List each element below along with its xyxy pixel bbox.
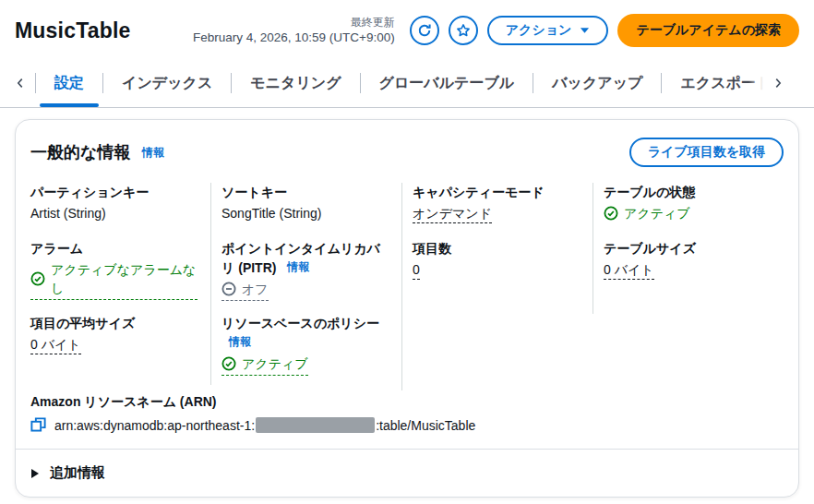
info-link[interactable]: 情報 [229, 335, 251, 348]
field-label: キャパシティーモード [413, 183, 580, 201]
check-circle-icon [30, 271, 45, 286]
minus-circle-icon [221, 282, 236, 296]
arn-suffix: :table/MusicTable [376, 418, 475, 433]
field-value[interactable]: 0 バイト [604, 262, 654, 280]
field-label: テーブルの状態 [604, 183, 771, 201]
expand-triangle-icon [30, 468, 40, 479]
tabs-scroll-right-button[interactable] [763, 59, 793, 107]
tabs-scroll-left-button[interactable] [6, 59, 35, 107]
field-sort-key: ソートキー SongTitle (String) [221, 183, 389, 239]
field-item-count: 項目数 0 [413, 239, 580, 314]
arn-label: Amazon リソースネーム (ARN) [30, 394, 784, 411]
copy-icon [30, 417, 46, 433]
field-partition-key: パーティションキー Artist (String) [30, 183, 198, 239]
actions-button-label: アクション [506, 22, 572, 39]
info-link[interactable]: 情報 [287, 260, 309, 273]
explore-table-items-button[interactable]: テーブルアイテムの探索 [617, 14, 799, 47]
panel-header: 一般的な情報 情報 ライブ項目数を取得 [30, 138, 784, 167]
tab-global-tables[interactable]: グローバルテーブル [361, 59, 533, 107]
field-alarms: アラーム アクティブなアラームなし [30, 239, 198, 314]
field-value: アクティブ [242, 354, 308, 373]
field-value: アクティブ [624, 204, 690, 222]
field-label: アラーム [30, 239, 198, 258]
additional-info-label: 追加情報 [50, 464, 105, 482]
arn-value: arn:aws:dynamodb:ap-northeast-1: :table/… [54, 417, 475, 433]
field-value: Artist (String) [30, 204, 198, 222]
key-value-grid: パーティションキー Artist (String) アラーム アクティブなアラー… [30, 183, 784, 390]
field-resource-policy: リソースベースのポリシー 情報 アクティブ [221, 314, 389, 376]
additional-info-expander[interactable]: 追加情報 [16, 449, 798, 497]
kv-column-3: キャパシティーモード オンデマンド 項目数 0 [402, 183, 593, 314]
check-circle-icon [604, 206, 618, 221]
pitr-status[interactable]: オフ [221, 280, 269, 301]
tab-exports[interactable]: エクスポート [662, 59, 763, 107]
favorite-button[interactable] [449, 16, 478, 45]
kv-column-2: ソートキー SongTitle (String) ポイントインタイムリカバリ (… [211, 183, 402, 390]
field-avg-item-size: 項目の平均サイズ 0 バイト [30, 314, 198, 370]
refresh-icon [417, 23, 432, 38]
general-info-panel: 一般的な情報 情報 ライブ項目数を取得 パーティションキー Artist (St… [15, 119, 799, 498]
copy-arn-button[interactable] [30, 417, 46, 433]
tab-settings[interactable]: 設定 [36, 59, 102, 107]
tab-label: エクスポート [680, 75, 763, 90]
tab-label: モニタリング [250, 75, 341, 90]
field-value[interactable]: 0 バイト [30, 337, 81, 354]
caret-down-icon [580, 27, 590, 34]
table-status: アクティブ [604, 204, 690, 222]
chevron-left-icon [14, 77, 27, 90]
page-header: MusicTable 最終更新 February 4, 2026, 10:59 … [0, 0, 814, 54]
arn-section: Amazon リソースネーム (ARN) arn:aws:dynamodb:ap… [30, 394, 784, 433]
tab-bar: 設定 インデックス モニタリング グローバルテーブル バックアップ エクスポート [0, 59, 814, 108]
field-label: パーティションキー [30, 183, 198, 201]
field-label: ソートキー [221, 183, 389, 201]
tab-label: バックアップ [552, 75, 642, 90]
info-link[interactable]: 情報 [142, 146, 164, 159]
kv-column-1: パーティションキー Artist (String) アラーム アクティブなアラー… [30, 183, 211, 385]
field-value: オフ [242, 280, 269, 298]
refresh-button[interactable] [410, 16, 439, 45]
field-pitr: ポイントインタイムリカバリ (PITR) 情報 オフ [221, 239, 389, 314]
field-label: 項目数 [413, 239, 580, 258]
panel-title: 一般的な情報 [30, 143, 130, 162]
resource-policy-status[interactable]: アクティブ [221, 354, 308, 376]
field-capacity-mode: キャパシティーモード オンデマンド [413, 183, 580, 239]
header-actions: 最終更新 February 4, 2026, 10:59 (UTC+9:00) … [193, 14, 799, 47]
field-label: リソースベースのポリシー [221, 316, 379, 330]
last-updated-value: February 4, 2026, 10:59 (UTC+9:00) [193, 30, 395, 46]
kv-column-4: テーブルの状態 アクティブ テーブルサイズ 0 バイト [593, 183, 784, 314]
check-circle-icon [221, 356, 236, 371]
chevron-right-icon [772, 77, 784, 90]
tab-monitoring[interactable]: モニタリング [232, 59, 359, 107]
redacted-account-id [256, 417, 375, 433]
last-updated: 最終更新 February 4, 2026, 10:59 (UTC+9:00) [193, 15, 395, 46]
tab-indexes[interactable]: インデックス [103, 59, 231, 107]
arn-prefix: arn:aws:dynamodb:ap-northeast-1: [54, 418, 255, 433]
tab-label: インデックス [122, 75, 212, 90]
field-value[interactable]: 0 [413, 262, 420, 280]
field-value: アクティブなアラームなし [51, 260, 198, 297]
field-value[interactable]: オンデマンド [413, 206, 492, 223]
tab-label: グローバルテーブル [379, 75, 515, 90]
tab-label: 設定 [54, 75, 84, 90]
field-value: SongTitle (String) [221, 204, 389, 222]
field-label: 項目の平均サイズ [30, 314, 198, 332]
page-title: MusicTable [15, 18, 131, 43]
get-live-item-count-button[interactable]: ライブ項目数を取得 [629, 138, 784, 167]
star-icon [456, 23, 471, 38]
tab-backups[interactable]: バックアップ [533, 59, 661, 107]
field-label: テーブルサイズ [604, 239, 771, 258]
field-table-status: テーブルの状態 アクティブ [604, 183, 771, 239]
last-updated-label: 最終更新 [193, 15, 395, 30]
alarms-status[interactable]: アクティブなアラームなし [30, 260, 198, 300]
field-table-size: テーブルサイズ 0 バイト [604, 239, 771, 314]
actions-button[interactable]: アクション [487, 16, 609, 45]
